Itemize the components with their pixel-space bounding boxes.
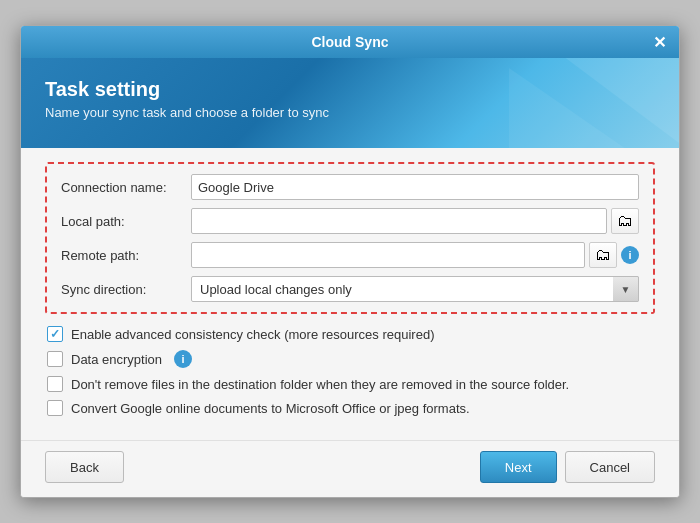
- window-title: Cloud Sync: [311, 34, 388, 50]
- local-path-row: Local path: 🗂: [61, 208, 639, 234]
- data-encryption-label: Data encryption: [71, 352, 162, 367]
- sync-direction-select[interactable]: Upload local changes only Download remot…: [191, 276, 639, 302]
- remote-path-label: Remote path:: [61, 248, 191, 263]
- footer: Back Next Cancel: [21, 440, 679, 497]
- next-button[interactable]: Next: [480, 451, 557, 483]
- data-encryption-checkbox[interactable]: [47, 351, 63, 367]
- remote-path-control: 🗂 i: [191, 242, 639, 268]
- cancel-button[interactable]: Cancel: [565, 451, 655, 483]
- connection-name-label: Connection name:: [61, 180, 191, 195]
- header-subtitle: Name your sync task and choose a folder …: [45, 105, 655, 120]
- convert-google-checkbox[interactable]: [47, 400, 63, 416]
- local-path-control: 🗂: [191, 208, 639, 234]
- connection-name-row: Connection name:: [61, 174, 639, 200]
- connection-name-input[interactable]: [191, 174, 639, 200]
- header-title: Task setting: [45, 78, 655, 101]
- close-button[interactable]: ✕: [649, 32, 669, 52]
- header-banner: Task setting Name your sync task and cho…: [21, 58, 679, 148]
- folder-icon: 🗂: [595, 246, 611, 264]
- remote-path-folder-button[interactable]: 🗂: [589, 242, 617, 268]
- convert-google-label: Convert Google online documents to Micro…: [71, 401, 470, 416]
- footer-right-buttons: Next Cancel: [480, 451, 655, 483]
- local-path-input[interactable]: [191, 208, 607, 234]
- sync-direction-control: Upload local changes only Download remot…: [191, 276, 639, 302]
- content-area: Connection name: Local path: 🗂 Remote pa…: [21, 148, 679, 436]
- convert-google-row: Convert Google online documents to Micro…: [45, 400, 655, 416]
- back-button[interactable]: Back: [45, 451, 124, 483]
- cloud-sync-window: Cloud Sync ✕ Task setting Name your sync…: [20, 25, 680, 498]
- title-bar: Cloud Sync ✕: [21, 26, 679, 58]
- remote-path-input[interactable]: [191, 242, 585, 268]
- dont-remove-checkbox[interactable]: [47, 376, 63, 392]
- sync-direction-label: Sync direction:: [61, 282, 191, 297]
- data-encryption-info-icon[interactable]: i: [174, 350, 192, 368]
- data-encryption-row: Data encryption i: [45, 350, 655, 368]
- header-decoration: [379, 58, 679, 148]
- advanced-consistency-row: ✓ Enable advanced consistency check (mor…: [45, 326, 655, 342]
- dont-remove-row: Don't remove files in the destination fo…: [45, 376, 655, 392]
- dont-remove-label: Don't remove files in the destination fo…: [71, 377, 569, 392]
- sync-direction-select-wrap: Upload local changes only Download remot…: [191, 276, 639, 302]
- form-section: Connection name: Local path: 🗂 Remote pa…: [45, 162, 655, 314]
- folder-icon: 🗂: [617, 212, 633, 230]
- check-icon: ✓: [50, 327, 60, 341]
- local-path-folder-button[interactable]: 🗂: [611, 208, 639, 234]
- advanced-consistency-label: Enable advanced consistency check (more …: [71, 327, 434, 342]
- remote-path-info-icon[interactable]: i: [621, 246, 639, 264]
- remote-path-row: Remote path: 🗂 i: [61, 242, 639, 268]
- connection-name-control: [191, 174, 639, 200]
- local-path-label: Local path:: [61, 214, 191, 229]
- advanced-consistency-checkbox[interactable]: ✓: [47, 326, 63, 342]
- sync-direction-row: Sync direction: Upload local changes onl…: [61, 276, 639, 302]
